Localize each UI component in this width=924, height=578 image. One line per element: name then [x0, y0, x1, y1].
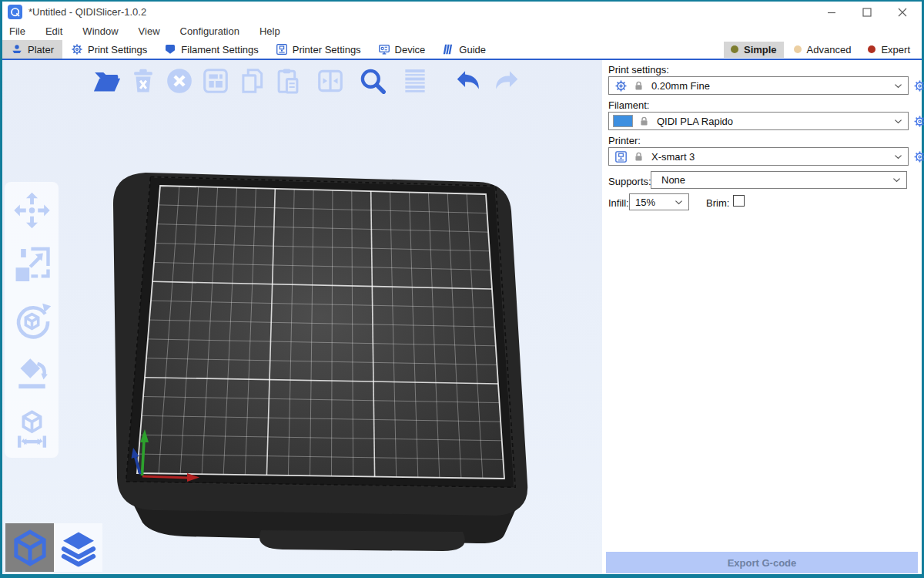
filament-label: Filament: [608, 99, 649, 111]
print-settings-combo[interactable]: 0.20mm Fine [608, 76, 909, 95]
split-objects-icon [316, 66, 345, 96]
edit-filament-gear-icon[interactable] [913, 115, 924, 128]
mode-selector: Simple Advanced Expert [724, 40, 922, 59]
tab-guide[interactable]: Guide [434, 40, 494, 59]
menu-window[interactable]: Window [82, 25, 118, 37]
place-on-face-button[interactable] [12, 354, 52, 395]
plater-toolbar [92, 66, 521, 96]
edit-printer-gear-icon[interactable] [913, 150, 924, 163]
device-icon [378, 43, 390, 55]
printer-icon [614, 150, 628, 163]
title-bar: *Untitled - QIDISlicer-1.0.2 [2, 2, 922, 22]
tab-print-settings[interactable]: Print Settings [62, 40, 156, 59]
filament-icon [164, 43, 176, 55]
gear-icon [614, 79, 628, 92]
place-on-face-icon [12, 354, 52, 395]
lock-icon [638, 116, 650, 127]
measure-icon [12, 408, 52, 450]
arrange-icon [201, 66, 230, 96]
preview-layers-icon [59, 529, 98, 567]
move-button[interactable] [12, 190, 52, 231]
rotate-button[interactable] [12, 299, 52, 341]
tab-filament-settings[interactable]: Filament Settings [156, 40, 266, 59]
delete-icon [129, 66, 158, 96]
print-settings-value: 0.20mm Fine [651, 80, 710, 92]
mode-advanced[interactable]: Advanced [787, 42, 859, 58]
supports-combo[interactable]: None [651, 171, 907, 189]
menu-edit[interactable]: Edit [45, 25, 62, 37]
delete-button[interactable] [129, 66, 158, 96]
paste-button[interactable] [273, 66, 303, 96]
qidislicer-window: *Untitled - QIDISlicer-1.0.2 File Edit W… [0, 0, 924, 578]
scale-button[interactable] [12, 244, 52, 286]
menu-configuration[interactable]: Configuration [180, 25, 239, 37]
infill-label: Infill: [608, 197, 629, 209]
variable-layer-height-button[interactable] [400, 66, 430, 96]
close-button[interactable] [885, 2, 920, 22]
infill-value: 15% [635, 197, 655, 208]
menu-file[interactable]: File [9, 25, 25, 37]
measure-button[interactable] [12, 408, 52, 450]
search-button[interactable] [358, 66, 387, 96]
search-icon [358, 66, 387, 96]
tab-printer-settings[interactable]: Printer Settings [267, 40, 370, 59]
menu-help[interactable]: Help [259, 25, 280, 37]
print-settings-label: Print settings: [608, 64, 669, 76]
guide-icon [442, 43, 454, 55]
tab-bar: Plater Print Settings Filament Settings … [2, 40, 922, 60]
undo-button[interactable] [454, 66, 483, 96]
app-logo-icon [8, 5, 22, 19]
brim-label: Brim: [706, 197, 729, 209]
editor-3d-button[interactable] [5, 523, 54, 572]
move-icon [12, 190, 52, 231]
undo-icon [454, 66, 483, 96]
chevron-down-icon [891, 174, 902, 186]
arrange-button[interactable] [201, 66, 230, 96]
viewport-3d[interactable] [2, 60, 602, 574]
minimize-button[interactable] [814, 2, 849, 22]
supports-label: Supports: [608, 176, 651, 187]
mode-expert[interactable]: Expert [861, 42, 917, 58]
tab-device[interactable]: Device [370, 40, 434, 59]
redo-icon [492, 66, 521, 96]
filament-value: QIDI PLA Rapido [657, 116, 733, 127]
printer-value: X-smart 3 [651, 151, 695, 163]
layers-icon [400, 66, 430, 96]
lock-icon [633, 80, 644, 92]
brim-checkbox[interactable] [733, 195, 745, 207]
preview-layers-button[interactable] [54, 523, 102, 572]
menu-bar: File Edit Window View Configuration Help [2, 22, 922, 40]
expert-dot-icon [868, 45, 875, 53]
delete-all-icon [165, 66, 194, 96]
bed-3d-scene[interactable] [2, 60, 602, 574]
printer-icon [276, 43, 288, 55]
delete-all-button[interactable] [165, 66, 194, 96]
filament-combo[interactable]: QIDI PLA Rapido [608, 112, 909, 130]
printer-label: Printer: [608, 135, 641, 146]
open-project-button[interactable] [92, 66, 122, 96]
printer-combo[interactable]: X-smart 3 [608, 147, 909, 166]
window-frame: *Untitled - QIDISlicer-1.0.2 File Edit W… [2, 2, 922, 574]
editor-3d-icon [11, 529, 49, 567]
window-controls [814, 2, 920, 22]
copy-button[interactable] [237, 66, 266, 96]
settings-sidebar: Print settings: 0.20mm Fine Filament: QI… [602, 60, 922, 574]
main-content: Print settings: 0.20mm Fine Filament: QI… [2, 60, 922, 574]
maximize-button[interactable] [849, 2, 885, 22]
redo-button[interactable] [492, 66, 521, 96]
tab-plater[interactable]: Plater [2, 40, 62, 59]
plater-icon [11, 43, 23, 55]
chevron-down-icon [892, 80, 904, 92]
view-switcher [5, 523, 102, 572]
paste-icon [273, 66, 303, 96]
bed-handle [259, 530, 465, 551]
open-folder-icon [92, 66, 122, 96]
edit-print-settings-gear-icon[interactable] [913, 79, 924, 92]
menu-view[interactable]: View [139, 25, 160, 37]
scale-icon [12, 244, 52, 286]
split-objects-button[interactable] [316, 66, 345, 96]
chevron-down-icon [673, 197, 685, 208]
export-gcode-button[interactable]: Export G-code [606, 552, 918, 573]
infill-combo[interactable]: 15% [629, 193, 689, 210]
mode-simple[interactable]: Simple [724, 42, 784, 58]
